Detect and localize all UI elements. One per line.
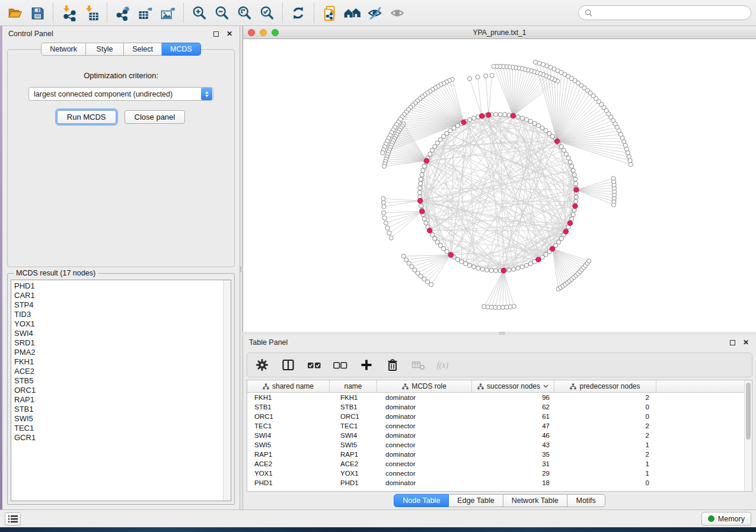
tab-edge-table[interactable]: Edge Table	[449, 494, 503, 507]
table-row[interactable]: RAP1RAP1dominator352	[247, 450, 744, 459]
tab-mcds[interactable]: MCDS	[162, 43, 201, 56]
network-node[interactable]	[455, 257, 460, 261]
import-network-button[interactable]	[58, 2, 80, 24]
network-leaf-node[interactable]	[587, 259, 591, 263]
tab-network[interactable]: Network	[41, 43, 86, 56]
network-dominator-node[interactable]	[536, 257, 541, 262]
mcds-result-item[interactable]: SWI5	[14, 414, 223, 424]
network-node[interactable]	[424, 221, 428, 225]
run-mcds-button[interactable]: Run MCDS	[57, 110, 116, 124]
delete-table-button-disabled[interactable]	[410, 356, 428, 374]
tab-style[interactable]: Style	[86, 43, 124, 56]
network-node[interactable]	[498, 113, 502, 117]
network-node[interactable]	[489, 268, 493, 273]
function-builder-button-disabled[interactable]: f(x)	[436, 356, 454, 374]
table-row[interactable]: SWI4SWI4dominator462	[247, 431, 744, 440]
zoom-fit-button[interactable]	[233, 2, 256, 24]
network-node[interactable]	[455, 123, 460, 127]
network-node[interactable]	[532, 121, 537, 126]
import-table-button[interactable]	[80, 2, 103, 24]
network-dominator-node[interactable]	[554, 139, 559, 143]
close-panel-button-mcds[interactable]: Close panel	[125, 110, 186, 124]
network-node[interactable]	[476, 266, 480, 270]
network-node[interactable]	[418, 181, 422, 185]
network-node[interactable]	[564, 152, 568, 156]
table-row[interactable]: FKH1FKH1dominator962	[247, 393, 744, 402]
mcds-result-item[interactable]: TEC1	[14, 424, 223, 433]
network-node[interactable]	[419, 204, 423, 208]
network-node[interactable]	[503, 113, 507, 117]
create-column-button[interactable]	[358, 356, 375, 374]
clone-network-button[interactable]	[318, 2, 341, 24]
splitter-grip[interactable]	[499, 332, 505, 335]
vertical-splitter[interactable]	[240, 26, 243, 509]
mcds-result-item[interactable]: PHD1	[14, 281, 223, 291]
network-node[interactable]	[433, 236, 437, 241]
column-header-name[interactable]: name	[330, 380, 377, 392]
show-all-button[interactable]	[386, 2, 409, 24]
apply-layout-button[interactable]	[287, 2, 310, 24]
network-node[interactable]	[574, 199, 578, 203]
network-canvas[interactable]	[243, 39, 756, 332]
close-table-panel-button[interactable]: ✕	[742, 338, 750, 347]
network-leaf-node[interactable]	[381, 210, 385, 214]
network-dominator-node[interactable]	[501, 268, 506, 273]
table-row[interactable]: PHD1PHD1dominator180	[247, 478, 744, 488]
network-node[interactable]	[422, 217, 426, 221]
network-node[interactable]	[435, 141, 439, 145]
network-node[interactable]	[428, 152, 432, 156]
mcds-result-list[interactable]: PHD1CAR1STP4TID3YOX1SWI4SRD1PMA2FKH1ACE2…	[11, 280, 231, 501]
network-node[interactable]	[516, 115, 520, 119]
network-dominator-node[interactable]	[573, 204, 578, 209]
network-node[interactable]	[421, 168, 425, 172]
show-column-panel-button[interactable]	[279, 356, 297, 374]
optimization-criterion-select[interactable]: largest connected component (undirected)	[28, 87, 213, 101]
column-header-shared-name[interactable]: shared name	[247, 380, 330, 392]
zoom-out-button[interactable]	[210, 2, 233, 24]
network-dominator-node[interactable]	[486, 113, 491, 117]
network-dominator-node[interactable]	[448, 252, 453, 257]
network-leaf-node[interactable]	[382, 164, 386, 168]
network-leaf-node[interactable]	[385, 226, 390, 230]
network-node[interactable]	[559, 145, 563, 149]
delete-column-button[interactable]	[384, 356, 401, 374]
network-dominator-node[interactable]	[420, 209, 425, 214]
network-node[interactable]	[494, 268, 498, 273]
mcds-result-item[interactable]: TID3	[14, 310, 223, 319]
network-node[interactable]	[573, 177, 578, 181]
table-scrollbar[interactable]	[744, 380, 752, 491]
network-node[interactable]	[422, 164, 426, 168]
column-header-successor-nodes[interactable]: successor nodes	[472, 380, 554, 392]
network-node[interactable]	[571, 213, 575, 217]
network-window-titlebar[interactable]: YPA_prune.txt_1	[243, 26, 756, 39]
network-leaf-node[interactable]	[484, 74, 488, 78]
column-header-MCDS-role[interactable]: MCDS role	[377, 380, 472, 392]
network-node[interactable]	[570, 217, 574, 221]
mcds-list-scrollbar[interactable]	[223, 280, 231, 501]
network-dominator-node[interactable]	[479, 114, 484, 118]
network-graph[interactable]	[243, 39, 756, 331]
network-leaf-node[interactable]	[381, 150, 385, 155]
network-leaf-node[interactable]	[476, 75, 480, 79]
scrollbar-thumb[interactable]	[746, 383, 751, 440]
network-node[interactable]	[516, 266, 520, 270]
network-node[interactable]	[520, 265, 524, 269]
network-node[interactable]	[574, 195, 578, 199]
table-row[interactable]: STB1STB1dominator620	[247, 402, 744, 412]
tab-node-table[interactable]: Node Table	[394, 494, 449, 507]
network-node[interactable]	[420, 173, 424, 177]
network-leaf-node[interactable]	[387, 231, 391, 235]
tab-motifs[interactable]: Motifs	[567, 494, 605, 507]
table-row[interactable]: ACE2ACE2connector311	[247, 459, 744, 469]
network-node[interactable]	[485, 268, 489, 272]
network-node[interactable]	[568, 160, 572, 164]
network-leaf-node[interactable]	[490, 73, 494, 78]
network-dominator-node[interactable]	[511, 113, 515, 118]
mcds-result-item[interactable]: RAP1	[14, 395, 223, 405]
network-dominator-node[interactable]	[461, 120, 466, 124]
select-all-columns-button[interactable]	[305, 356, 323, 374]
mcds-result-item[interactable]: ORC1	[14, 386, 223, 395]
mcds-result-item[interactable]: PMA2	[14, 348, 223, 357]
network-node[interactable]	[528, 262, 532, 266]
network-node[interactable]	[460, 259, 464, 264]
